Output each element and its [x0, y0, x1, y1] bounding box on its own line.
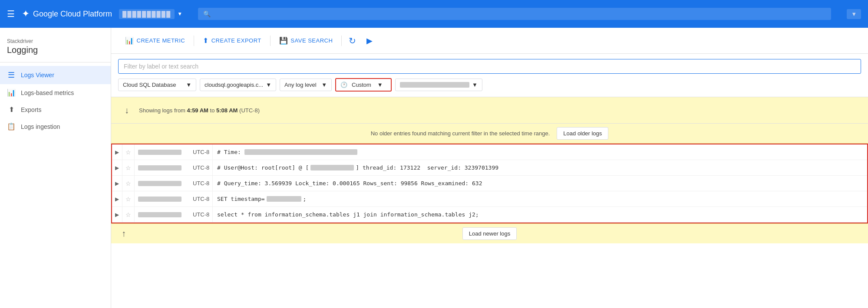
- logs-ingestion-icon: 📋: [7, 122, 16, 131]
- extra-filter-dropdown[interactable]: ▼: [395, 79, 482, 91]
- global-search[interactable]: 🔍: [198, 8, 831, 20]
- sidebar-item-logs-viewer[interactable]: ☰ Logs Viewer: [0, 66, 111, 84]
- clock-icon: 🕐: [340, 82, 347, 88]
- expand-btn-3[interactable]: ▶: [112, 176, 122, 191]
- expand-btn-4[interactable]: ▶: [112, 191, 122, 206]
- load-newer-button[interactable]: Load newer logs: [462, 227, 517, 240]
- refresh-icon: ↻: [349, 36, 356, 46]
- sidebar-header-sub: Stackdriver: [7, 38, 104, 44]
- sidebar-item-label-exports: Exports: [21, 106, 41, 113]
- expand-btn-5[interactable]: ▶: [112, 207, 122, 222]
- no-older-msg: No older entries found matching current …: [371, 130, 550, 137]
- logname-dropdown[interactable]: cloudsql.googleapis.c... ▼: [200, 79, 276, 91]
- create-export-label: CREATE EXPORT: [211, 37, 261, 44]
- create-metric-button[interactable]: 📊 CREATE METRIC: [118, 33, 192, 48]
- showing-logs-text: Showing logs from 4:59 AM to 5:08 AM (UT…: [139, 107, 260, 114]
- sidebar-item-label-logs-ingestion: Logs ingestion: [21, 123, 60, 130]
- search-icon: 🔍: [203, 10, 211, 17]
- blurred-timestamp-3: [138, 181, 182, 186]
- logname-chevron-icon: ▼: [266, 82, 271, 88]
- main-content: 📊 CREATE METRIC ⬆ CREATE EXPORT 💾 SAVE S…: [111, 28, 868, 308]
- log-area: ↓ Showing logs from 4:59 AM to 5:08 AM (…: [111, 97, 868, 308]
- top-nav: ☰ ✦ Google Cloud Platform ██████████ ▼ 🔍…: [0, 0, 868, 28]
- log-row: ▶ ☆ UTC-8 select * from information_sche…: [112, 207, 867, 223]
- sidebar-item-label-logs-metrics: Logs-based metrics: [21, 89, 74, 96]
- project-selector[interactable]: ██████████ ▼: [119, 9, 182, 19]
- logo: ✦ Google Cloud Platform: [22, 8, 112, 20]
- create-metric-icon: 📊: [125, 36, 134, 45]
- save-search-icon: 💾: [279, 36, 288, 45]
- extra-filter-blurred: [400, 82, 469, 88]
- star-btn-3[interactable]: ☆: [122, 176, 135, 191]
- timezone: (UTC-8): [239, 107, 260, 114]
- app-title: Google Cloud Platform: [33, 10, 112, 19]
- time-from: 4:59 AM: [187, 107, 208, 114]
- timerange-dropdown[interactable]: 🕐 Custom ▼: [335, 78, 392, 92]
- project-chevron-icon: ▼: [177, 11, 182, 17]
- app-layout: Stackdriver Logging ☰ Logs Viewer 📊 Logs…: [0, 28, 868, 308]
- load-older-button[interactable]: Load older logs: [557, 127, 608, 140]
- star-btn-5[interactable]: ☆: [122, 207, 135, 222]
- blurred-timestamp-4: [138, 197, 182, 202]
- timestamp-2: [135, 160, 191, 175]
- timerange-chevron-icon: ▼: [377, 82, 383, 88]
- tz-4: UTC-8: [191, 191, 213, 206]
- star-btn-2[interactable]: ☆: [122, 160, 135, 175]
- logs-metrics-icon: 📊: [7, 88, 16, 97]
- log-content-2: # User@Host: root[root] @ [ ] thread_id:…: [213, 160, 867, 175]
- up-arrow-icon: ↑: [122, 229, 126, 239]
- loglevel-chevron-icon: ▼: [321, 82, 327, 88]
- search-input[interactable]: [214, 10, 826, 17]
- star-btn-1[interactable]: ☆: [122, 144, 135, 160]
- tz-5: UTC-8: [191, 207, 213, 222]
- play-button[interactable]: ▶: [361, 32, 378, 49]
- sidebar-item-logs-ingestion[interactable]: 📋 Logs ingestion: [0, 118, 111, 135]
- star-btn-4[interactable]: ☆: [122, 191, 135, 206]
- resource-type-label: Cloud SQL Database: [123, 82, 176, 88]
- log-row: ▶ ☆ UTC-8 SET timestamp= ;: [112, 191, 867, 207]
- blurred-content-4: [267, 196, 301, 202]
- blurred-content-2: [310, 165, 354, 170]
- sidebar-item-exports[interactable]: ⬆ Exports: [0, 101, 111, 118]
- filter-input[interactable]: [118, 59, 861, 74]
- tz-1: UTC-8: [191, 144, 213, 160]
- top-right-dropdown[interactable]: ▼: [847, 9, 861, 19]
- log-rows-container: ▶ ☆ UTC-8 # Time: ▶ ☆: [111, 144, 868, 223]
- log-info-bar: ↓ Showing logs from 4:59 AM to 5:08 AM (…: [111, 97, 868, 124]
- tz-3: UTC-8: [191, 176, 213, 191]
- blurred-timestamp-2: [138, 165, 182, 170]
- expand-btn-2[interactable]: ▶: [112, 160, 122, 175]
- save-search-button[interactable]: 💾 SAVE SEARCH: [272, 33, 340, 48]
- timestamp-4: [135, 191, 191, 206]
- sidebar-item-logs-metrics[interactable]: 📊 Logs-based metrics: [0, 84, 111, 101]
- log-content-1: # Time:: [213, 144, 867, 160]
- menu-icon[interactable]: ☰: [7, 9, 15, 19]
- toolbar: 📊 CREATE METRIC ⬆ CREATE EXPORT 💾 SAVE S…: [111, 28, 868, 54]
- expand-btn-1[interactable]: ▶: [112, 144, 122, 160]
- timestamp-1: [135, 144, 191, 160]
- sidebar-item-label-logs-viewer: Logs Viewer: [21, 72, 54, 79]
- log-row: ▶ ☆ UTC-8 # Query_time: 3.569939 Lock_ti…: [112, 176, 867, 191]
- exports-icon: ⬆: [7, 105, 16, 114]
- toolbar-divider-2: [270, 36, 271, 46]
- toolbar-divider-3: [341, 36, 342, 46]
- extra-filter-chevron-icon: ▼: [472, 82, 478, 88]
- down-arrow-icon: ↓: [118, 102, 135, 119]
- logname-label: cloudsql.googleapis.c...: [205, 82, 263, 88]
- resource-type-dropdown[interactable]: Cloud SQL Database ▼: [118, 79, 196, 91]
- project-name: ██████████: [119, 9, 175, 19]
- blurred-timestamp-1: [138, 150, 182, 155]
- refresh-button[interactable]: ↻: [343, 32, 361, 49]
- save-search-label: SAVE SEARCH: [290, 37, 333, 44]
- tz-2: UTC-8: [191, 160, 213, 175]
- resource-type-chevron-icon: ▼: [186, 82, 191, 88]
- sidebar-header: Stackdriver Logging: [0, 31, 111, 59]
- log-content-4: SET timestamp= ;: [213, 191, 867, 206]
- create-export-button[interactable]: ⬆ CREATE EXPORT: [196, 33, 268, 48]
- create-metric-label: CREATE METRIC: [137, 37, 185, 44]
- toolbar-divider-1: [194, 36, 194, 46]
- bottom-bar: ↑ Load newer logs: [111, 223, 868, 243]
- loglevel-dropdown[interactable]: Any log level ▼: [280, 79, 332, 91]
- log-content-5: select * from information_schema.tables …: [213, 207, 867, 222]
- blurred-content-1: [244, 149, 357, 155]
